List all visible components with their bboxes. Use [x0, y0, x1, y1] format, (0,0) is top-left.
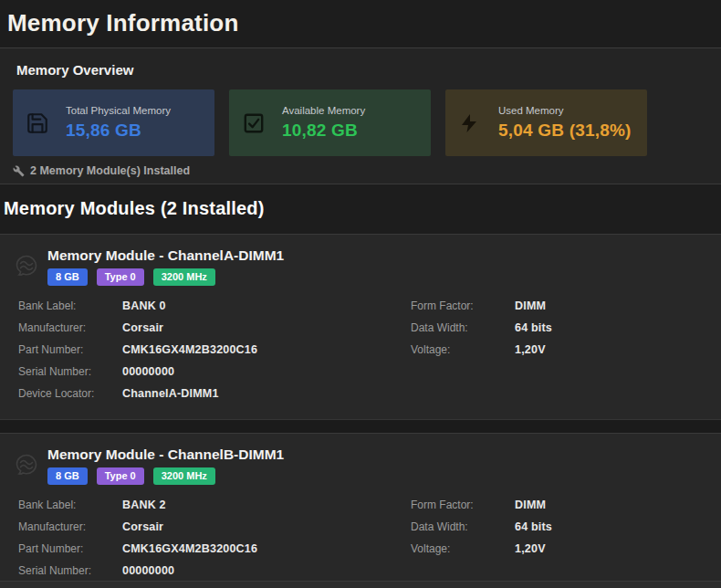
module-badges: 8 GB Type 0 3200 MHz: [47, 268, 284, 286]
memory-module-card-channela-dimm1: Memory Module - ChannelA-DIMM1 8 GB Type…: [0, 235, 721, 419]
module-field-row: Bank Label: BANK 2: [13, 494, 405, 516]
module-field-value: CMK16GX4M2B3200C16: [122, 542, 257, 555]
module-field-row: Voltage: 1,20V: [405, 339, 708, 361]
module-field-value: 00000000: [122, 365, 174, 378]
module-field-value: BANK 0: [122, 299, 166, 312]
brain-icon: [13, 253, 40, 280]
module-field-label: Manufacturer:: [18, 321, 122, 334]
module-field-value: Corsair: [122, 321, 163, 334]
memory-modules-section-header: Memory Modules (2 Installed): [0, 184, 721, 235]
used-memory-value: 5,04 GB (31,8%): [498, 120, 632, 142]
module-field-label: Voltage:: [411, 542, 515, 555]
module-field-row: Manufacturer: Corsair: [13, 317, 405, 339]
module-field-label: Data Width:: [411, 321, 515, 334]
module-field-value: 64 bits: [515, 520, 552, 533]
module-field-row: Form Factor: DIMM: [405, 295, 708, 317]
module-field-label: Part Number:: [18, 343, 122, 356]
module-field-label: Form Factor:: [411, 299, 515, 312]
module-field-label: Device Locator:: [18, 387, 122, 400]
module-field-label: Form Factor:: [411, 499, 515, 511]
module-field-value: CMK16GX4M2B3200C16: [122, 343, 257, 356]
module-fields-left: Bank Label: BANK 0 Manufacturer: Corsair…: [13, 295, 405, 404]
used-memory-label: Used Memory: [498, 104, 632, 117]
used-memory-card: Used Memory 5,04 GB (31,8%): [445, 89, 647, 156]
module-details: Bank Label: BANK 2 Manufacturer: Corsair…: [13, 494, 708, 582]
memory-overview-section: Memory Overview Total Physical Memory 15…: [0, 48, 721, 184]
module-field-label: Data Width:: [411, 520, 515, 533]
module-field-row: Voltage: 1,20V: [405, 538, 708, 560]
module-field-value: 1,20V: [515, 542, 546, 555]
module-header: Memory Module - ChannelB-DIMM1 8 GB Type…: [13, 446, 708, 485]
module-field-label: Serial Number:: [18, 365, 122, 378]
module-details: Bank Label: BANK 0 Manufacturer: Corsair…: [13, 295, 708, 404]
modules-installed-footnote: 2 Memory Module(s) Installed: [13, 164, 708, 177]
module-field-row: Data Width: 64 bits: [405, 317, 708, 339]
module-field-row: Part Number: CMK16GX4M2B3200C16: [13, 538, 405, 560]
module-header: Memory Module - ChannelA-DIMM1 8 GB Type…: [13, 247, 708, 286]
module-capacity-badge: 8 GB: [47, 467, 88, 485]
module-field-value: Corsair: [122, 520, 163, 533]
page-header: Memory Information: [0, 0, 721, 48]
available-memory-value: 10,82 GB: [282, 120, 365, 142]
module-fields-right: Form Factor: DIMM Data Width: 64 bits Vo…: [405, 295, 708, 404]
modules-installed-text: 2 Memory Module(s) Installed: [30, 164, 190, 177]
total-physical-memory-card: Total Physical Memory 15,86 GB: [13, 89, 214, 156]
module-field-value: BANK 2: [122, 499, 166, 511]
module-field-value: 00000000: [122, 564, 174, 577]
overview-cards-row: Total Physical Memory 15,86 GB Available…: [13, 89, 708, 156]
module-capacity-badge: 3200 MHz: [153, 467, 215, 485]
lightning-bolt-icon: [458, 111, 486, 135]
module-fields-right: Form Factor: DIMM Data Width: 64 bits Vo…: [405, 494, 708, 582]
module-capacity-badge: 8 GB: [47, 268, 88, 286]
memory-modules-title: Memory Modules (2 Installed): [4, 198, 717, 219]
module-badges: 8 GB Type 0 3200 MHz: [47, 467, 284, 485]
module-field-row: Form Factor: DIMM: [405, 494, 708, 516]
module-field-row: Part Number: CMK16GX4M2B3200C16: [13, 339, 405, 361]
module-field-value: 1,20V: [515, 343, 546, 356]
module-title: Memory Module - ChannelA-DIMM1: [47, 247, 284, 264]
module-field-value: ChannelA-DIMM1: [122, 387, 219, 400]
total-physical-memory-label: Total Physical Memory: [66, 104, 171, 117]
wrench-icon: [13, 165, 25, 177]
available-memory-card: Available Memory 10,82 GB: [229, 89, 431, 156]
module-field-value: 64 bits: [515, 321, 552, 334]
module-capacity-badge: Type 0: [97, 467, 144, 485]
total-physical-memory-value: 15,86 GB: [66, 120, 171, 142]
module-field-row: Serial Number: 00000000: [13, 560, 405, 582]
memory-information-page: Memory Information Memory Overview Total…: [0, 0, 721, 588]
module-field-label: Bank Label:: [18, 499, 122, 511]
page-title: Memory Information: [7, 9, 714, 37]
module-capacity-badge: 3200 MHz: [153, 268, 215, 286]
module-field-row: Data Width: 64 bits: [405, 516, 708, 538]
module-field-label: Serial Number:: [18, 564, 122, 577]
module-divider: [0, 419, 721, 434]
module-field-row: Serial Number: 00000000: [13, 361, 405, 383]
module-field-row: Manufacturer: Corsair: [13, 516, 405, 538]
memory-module-card-channelb-dimm1: Memory Module - ChannelB-DIMM1 8 GB Type…: [0, 434, 721, 588]
module-field-label: Voltage:: [411, 343, 515, 356]
module-field-label: Part Number:: [18, 542, 122, 555]
module-fields-left: Bank Label: BANK 2 Manufacturer: Corsair…: [13, 494, 405, 582]
module-field-row: Device Locator: ChannelA-DIMM1: [13, 383, 405, 404]
module-field-label: Bank Label:: [18, 299, 122, 312]
brain-icon: [13, 452, 40, 479]
module-title: Memory Module - ChannelB-DIMM1: [47, 446, 284, 463]
module-capacity-badge: Type 0: [97, 268, 144, 286]
next-section-cutoff-band: [0, 581, 721, 588]
module-field-value: DIMM: [515, 499, 546, 511]
module-field-value: DIMM: [515, 299, 546, 312]
module-field-label: Manufacturer:: [18, 520, 122, 533]
overview-section-title: Memory Overview: [16, 62, 708, 78]
module-field-row: Bank Label: BANK 0: [13, 295, 405, 317]
checkbox-checked-icon: [242, 111, 269, 135]
floppy-disk-icon: [26, 111, 53, 135]
available-memory-label: Available Memory: [282, 104, 365, 117]
